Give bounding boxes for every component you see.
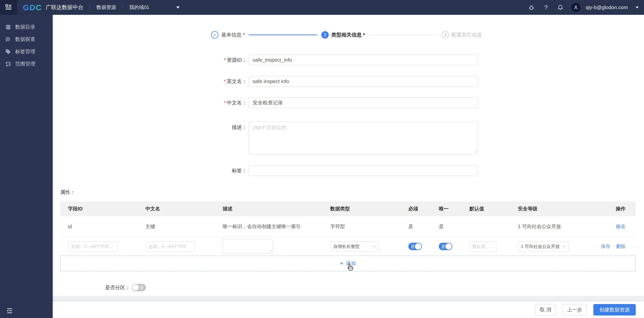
product-name: 广联达数据中台 bbox=[46, 4, 83, 11]
resize-grip-icon[interactable] bbox=[474, 150, 477, 153]
cell-description: 唯一标识，会自动创建主键唯一索引 bbox=[215, 223, 322, 230]
topbar-divider bbox=[122, 5, 123, 10]
apps-grid-icon[interactable] bbox=[6, 4, 12, 11]
toggle-label: 否 bbox=[140, 285, 144, 290]
col-header-actions: 操作 bbox=[601, 205, 636, 212]
editor-data-type-select[interactable]: 自增长长整型 bbox=[330, 241, 379, 251]
topbar-corner bbox=[0, 0, 17, 15]
step-3-number: 3 bbox=[444, 32, 446, 38]
sidebar: 数据目录 数据探查 标 bbox=[0, 15, 53, 318]
sidebar-item-label: 数据目录 bbox=[15, 24, 35, 31]
edit-row-link[interactable]: 修改 bbox=[616, 224, 626, 229]
app-window: GDC 广联达数据中台 数据资源 我的域01 ? bbox=[0, 0, 644, 318]
sidebar-collapse-icon[interactable] bbox=[6, 308, 12, 313]
domain-selector-value: 我的域01 bbox=[129, 4, 149, 11]
table-row-id: id 主键 唯一标识，会自动创建主键唯一索引 字符型 是 是 1 可向社会公众开… bbox=[60, 216, 636, 237]
user-avatar[interactable] bbox=[572, 3, 580, 12]
sidebar-item-label: 标签管理 bbox=[15, 48, 35, 55]
tag-label: 标签： bbox=[53, 167, 248, 174]
partition-row: 是否分区： 否 bbox=[105, 284, 644, 291]
step-connector-done bbox=[248, 35, 317, 35]
sidebar-item-data-explore[interactable]: 数据探查 bbox=[0, 33, 53, 46]
toggle-knob bbox=[415, 243, 421, 250]
save-row-link[interactable]: 保存 bbox=[601, 243, 610, 250]
required-asterisk: * bbox=[224, 100, 226, 105]
resource-id-input[interactable] bbox=[248, 55, 478, 65]
action-separator bbox=[613, 244, 613, 249]
topbar-right: ? qiy-b@glodon.com bbox=[528, 3, 644, 12]
col-header-field-id: 字段ID bbox=[60, 205, 138, 212]
editor-security-level-select[interactable]: 1 可向社会公众开放 bbox=[518, 241, 569, 251]
resource-id-label: *资源ID： bbox=[53, 57, 248, 64]
en-name-label: *英文名： bbox=[53, 78, 248, 85]
add-field-button[interactable]: + 添加 bbox=[60, 256, 636, 271]
col-header-required: 必须 bbox=[400, 205, 431, 212]
data-explore-icon bbox=[5, 36, 11, 43]
sidebar-item-tag-management[interactable]: 标签管理 bbox=[0, 46, 53, 58]
step-3-indicator[interactable]: 3 bbox=[442, 31, 449, 39]
step-3-label: 配置其它信息 bbox=[452, 32, 482, 38]
toggle-knob bbox=[132, 284, 139, 291]
editor-description-textarea[interactable] bbox=[223, 239, 273, 254]
cancel-button[interactable]: 取 消 bbox=[535, 304, 556, 315]
bug-report-icon[interactable] bbox=[528, 4, 535, 11]
data-catalog-icon bbox=[5, 24, 11, 30]
user-menu-chevron-icon[interactable] bbox=[636, 7, 638, 9]
previous-step-button[interactable]: 上一步 bbox=[562, 304, 587, 315]
cell-required: 是 bbox=[400, 223, 431, 230]
step-2-number: 2 bbox=[324, 32, 326, 38]
col-header-description: 描述 bbox=[215, 205, 322, 212]
topbar-nav-data-resource[interactable]: 数据资源 bbox=[96, 4, 116, 11]
table-editor-row: 自增长长整型 是 是 bbox=[60, 237, 636, 256]
sidebar-item-label: 数据探查 bbox=[15, 36, 35, 43]
cell-field-id: id bbox=[60, 224, 138, 229]
plus-icon: + bbox=[340, 260, 344, 266]
table-header-row: 字段ID 中文名 描述 数据类型 必须 唯一 默认值 安全等级 操作 bbox=[60, 201, 636, 216]
editor-field-id-input[interactable] bbox=[68, 241, 118, 251]
notifications-bell-icon[interactable] bbox=[557, 4, 564, 11]
sidebar-item-data-catalog[interactable]: 数据目录 bbox=[0, 21, 53, 33]
form-row-tag: 标签： bbox=[53, 165, 644, 176]
chevron-down-icon bbox=[562, 245, 566, 247]
cell-security-level: 1 可向社会公众开放 bbox=[510, 223, 601, 230]
col-header-security-level: 安全等级 bbox=[510, 205, 601, 212]
description-textarea[interactable] bbox=[248, 122, 478, 154]
col-header-default: 默认值 bbox=[462, 205, 510, 212]
help-icon[interactable]: ? bbox=[542, 4, 549, 11]
step-2-indicator[interactable]: 2 bbox=[321, 31, 329, 39]
topbar-divider bbox=[90, 5, 90, 10]
resize-grip-icon[interactable] bbox=[270, 250, 272, 253]
editor-data-type-value: 自增长长整型 bbox=[333, 243, 360, 249]
partition-label: 是否分区： bbox=[105, 284, 130, 291]
cn-name-input[interactable] bbox=[248, 97, 478, 108]
step-1-indicator[interactable]: ✓ bbox=[211, 31, 218, 39]
col-header-unique: 唯一 bbox=[431, 205, 462, 212]
editor-required-toggle[interactable]: 是 bbox=[408, 243, 422, 250]
col-header-data-type: 数据类型 bbox=[322, 205, 400, 212]
editor-unique-toggle[interactable]: 是 bbox=[439, 243, 452, 250]
topbar: GDC 广联达数据中台 数据资源 我的域01 ? bbox=[0, 0, 644, 15]
toggle-label: 是 bbox=[411, 244, 415, 249]
form-row-resource-id: *资源ID： bbox=[53, 55, 644, 65]
editor-cn-name-input[interactable] bbox=[146, 241, 195, 251]
delete-row-link[interactable]: 删除 bbox=[616, 243, 626, 250]
en-name-input[interactable] bbox=[248, 76, 478, 87]
chevron-down-icon bbox=[373, 245, 376, 247]
col-header-cn-name: 中文名 bbox=[138, 205, 215, 212]
partition-toggle[interactable]: 否 bbox=[132, 284, 146, 291]
tag-input[interactable] bbox=[248, 165, 478, 176]
domain-selector[interactable]: 我的域01 bbox=[129, 4, 180, 11]
sidebar-item-scope-management[interactable]: 范围管理 bbox=[0, 58, 53, 70]
chevron-down-icon bbox=[176, 7, 180, 9]
create-data-resource-button[interactable]: 创建数据资源 bbox=[593, 304, 636, 315]
type-info-form: *资源ID： *英文名： *中文名： 描述： bbox=[53, 39, 644, 176]
toggle-label: 是 bbox=[441, 244, 446, 249]
step-2-label: 类型相关信息 * bbox=[332, 32, 365, 38]
gdc-logo: GDC bbox=[23, 3, 42, 12]
main-content: ✓ 基本信息 * 2 类型相关信息 * 3 配置其它信息 *资源ID： *英文名… bbox=[53, 15, 644, 296]
step-connector-todo bbox=[369, 35, 438, 35]
user-email[interactable]: qiy-b@glodon.com bbox=[586, 5, 628, 10]
sidebar-item-label: 范围管理 bbox=[15, 61, 35, 67]
editor-default-value-input[interactable] bbox=[470, 241, 496, 251]
check-icon: ✓ bbox=[213, 32, 217, 38]
